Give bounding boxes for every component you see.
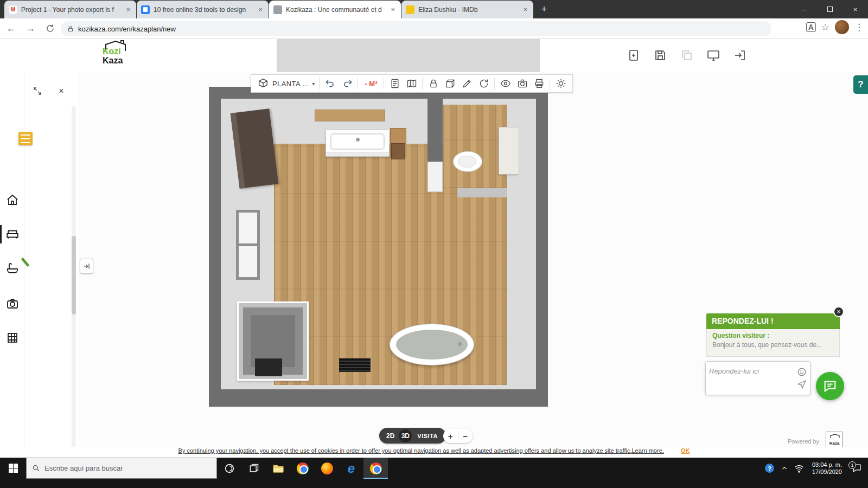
sidebar-item-bathroom[interactable] [5,261,20,276]
chrome-button[interactable] [290,458,315,479]
mode-2d-button[interactable]: 2D [382,432,399,440]
maximize-button[interactable] [817,0,843,18]
toilet[interactable] [453,151,482,172]
tray-expand-button[interactable] [777,458,792,479]
taskbar-search[interactable] [26,458,217,479]
help-button[interactable]: ? [853,75,868,94]
floorplan-3d-view[interactable] [209,87,548,407]
forward-button[interactable]: → [22,20,39,37]
shelf-unit[interactable] [391,143,405,159]
3d-object-button[interactable] [442,75,458,92]
cookie-learn-more-link[interactable]: Learn more. [632,447,664,454]
expand-panel-button[interactable] [80,259,93,274]
minimize-button[interactable]: – [792,0,817,18]
tab-gmail[interactable]: M Project 1 - Your photo export is f × [4,1,136,18]
chat-header[interactable]: REPONDEZ-LUI ! [706,313,840,329]
sidebar-item-materials[interactable] [5,330,20,345]
zoom-out-button[interactable]: − [458,432,473,441]
redo-icon [342,78,353,89]
tab-close-icon[interactable]: × [257,5,264,14]
kozikaza-logo[interactable]: Kozi Kaza [99,42,133,69]
sidebar-item-photos[interactable] [5,296,20,311]
door-opening[interactable] [427,162,443,192]
chrome-active-button[interactable] [363,458,388,479]
print-button[interactable] [531,75,547,92]
new-plan-button[interactable] [626,48,641,63]
collapse-panel-icon[interactable] [31,85,43,97]
mode-3d-button[interactable]: 3D [399,429,412,442]
tab-docs[interactable]: 10 free online 3d tools to design × [137,1,269,18]
mode-visit-button[interactable]: VISITA [412,433,443,439]
tab-close-icon[interactable]: × [389,5,397,14]
window[interactable] [236,210,260,280]
copy-button[interactable] [679,48,694,63]
edge-button[interactable]: e [339,458,363,479]
taskbar-search-input[interactable] [44,464,202,472]
sidebar-item-furniture[interactable] [5,226,20,241]
bathroom-cabinet[interactable] [499,127,519,175]
cortana-button[interactable] [217,458,241,479]
start-button[interactable] [0,458,26,479]
close-window-button[interactable]: × [843,0,868,18]
plan-name-label[interactable]: PLANTA ... [272,80,309,88]
back-button[interactable]: ← [2,20,20,37]
action-center-button[interactable]: 1 [845,458,868,479]
send-icon[interactable] [797,380,807,391]
chat-bubble-button[interactable] [816,372,844,400]
tab-close-icon[interactable]: × [521,5,529,14]
tray-help-button[interactable]: ? [762,458,777,479]
notes-button[interactable] [386,75,403,92]
header-actions [626,48,748,63]
new-tab-button[interactable]: + [537,2,552,17]
visibility-button[interactable] [497,75,514,92]
undo-button[interactable] [322,75,339,92]
logout-button[interactable] [732,48,748,63]
file-explorer-button[interactable] [266,458,290,479]
plan-view-button[interactable] [254,75,271,92]
tab-kozikaza[interactable]: Kozikaza : Une communauté et d × [269,1,401,18]
map-button[interactable] [403,75,420,92]
panel-scrollbar[interactable] [72,106,76,447]
bookmark-star-icon[interactable]: ☆ [821,22,829,33]
toolbar-divider [422,78,423,89]
save-button[interactable] [653,48,668,63]
sidebar-item-rooms[interactable] [5,192,20,208]
firefox-button[interactable] [315,458,339,479]
freestanding-bathtub[interactable] [390,324,474,365]
tab-close-icon[interactable]: × [124,5,132,14]
address-bar[interactable]: kozikaza.com/en/kazaplan/new [61,21,771,36]
browser-menu-icon[interactable]: ⋮ [854,22,864,33]
wall-shelf[interactable] [315,110,385,121]
task-view-button[interactable] [241,458,266,479]
redo-button[interactable] [339,75,355,92]
share-screen-button[interactable] [706,48,721,63]
close-panel-icon[interactable]: × [55,85,67,97]
snapshot-button[interactable] [514,75,531,92]
bath-mat[interactable] [339,358,371,372]
profile-avatar[interactable] [835,20,849,34]
plan-dropdown-icon[interactable]: ▾ [312,81,315,87]
cookie-ok-button[interactable]: OK [681,447,690,454]
rotate-button[interactable] [475,75,492,92]
lock-button[interactable] [425,75,442,92]
emoji-icon[interactable] [797,367,807,379]
draw-button[interactable] [458,75,475,92]
shower-cabinet[interactable] [255,358,282,376]
surface-area-button[interactable]: - M² [360,80,381,88]
chat-reply-input[interactable] [709,364,790,378]
settings-button[interactable] [552,75,569,92]
network-button[interactable] [792,458,806,479]
undo-icon [325,78,336,89]
vanity-unit[interactable] [326,130,390,157]
taskbar-clock[interactable]: 03:04 p. m. 17/09/2020 [806,461,845,476]
translate-icon[interactable]: A [806,22,816,32]
chat-close-button[interactable]: × [833,306,844,317]
refresh-button[interactable] [41,20,59,37]
scrollbar-thumb[interactable] [72,236,76,314]
chat-question-card[interactable]: Question visiteur : Bonjour à tous, que … [706,329,840,357]
kozikaza-icon [273,5,282,14]
powered-by-logo[interactable]: Kaza [826,432,843,448]
zoom-controls: + − [443,429,473,443]
zoom-in-button[interactable]: + [443,432,458,441]
tab-imdb[interactable]: Eliza Dushku - IMDb × [401,1,533,18]
